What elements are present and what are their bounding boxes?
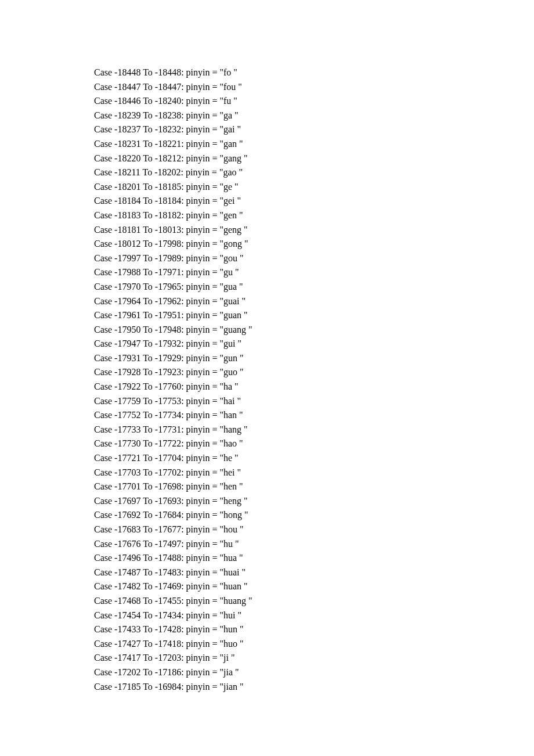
code-line: Case -18447 To -18447: pinyin = "fou " (94, 80, 442, 95)
code-line: Case -17692 To -17684: pinyin = "hong " (94, 508, 442, 523)
code-line: Case -17759 To -17753: pinyin = "hai " (94, 394, 442, 409)
code-line: Case -18181 To -18013: pinyin = "geng " (94, 223, 442, 237)
code-line: Case -18448 To -18448: pinyin = "fo " (94, 66, 442, 80)
code-line: Case -17964 To -17962: pinyin = "guai " (94, 294, 442, 309)
code-line: Case -18446 To -18240: pinyin = "fu " (94, 94, 442, 109)
code-line: Case -18201 To -18185: pinyin = "ge " (94, 180, 442, 195)
code-line: Case -17703 To -17702: pinyin = "hei " (94, 466, 442, 480)
code-line: Case -18237 To -18232: pinyin = "gai " (94, 123, 442, 137)
code-line: Case -17468 To -17455: pinyin = "huang " (94, 594, 442, 609)
code-line: Case -18184 To -18184: pinyin = "gei " (94, 194, 442, 208)
code-line: Case -18220 To -18212: pinyin = "gang " (94, 152, 442, 166)
code-line: Case -18231 To -18221: pinyin = "gan " (94, 137, 442, 152)
code-line: Case -17417 To -17203: pinyin = "ji " (94, 651, 442, 665)
code-line: Case -17202 To -17186: pinyin = "jia " (94, 665, 442, 680)
code-line: Case -17950 To -17948: pinyin = "guang " (94, 323, 442, 337)
code-line: Case -17683 To -17677: pinyin = "hou " (94, 523, 442, 537)
code-line: Case -17721 To -17704: pinyin = "he " (94, 451, 442, 466)
code-line: Case -17454 To -17434: pinyin = "hui " (94, 609, 442, 623)
code-line: Case -17988 To -17971: pinyin = "gu " (94, 265, 442, 280)
code-line: Case -17931 To -17929: pinyin = "gun " (94, 351, 442, 366)
code-line: Case -17970 To -17965: pinyin = "gua " (94, 280, 442, 294)
code-document: Case -18448 To -18448: pinyin = "fo "Cas… (0, 0, 442, 694)
code-line: Case -17185 To -16984: pinyin = "jian " (94, 680, 442, 694)
code-line: Case -18012 To -17998: pinyin = "gong " (94, 237, 442, 251)
code-line: Case -17922 To -17760: pinyin = "ha " (94, 380, 442, 394)
code-line: Case -17961 To -17951: pinyin = "guan " (94, 308, 442, 323)
code-line: Case -17947 To -17932: pinyin = "gui " (94, 337, 442, 351)
code-line: Case -17928 To -17923: pinyin = "guo " (94, 365, 442, 380)
code-line: Case -17733 To -17731: pinyin = "hang " (94, 423, 442, 437)
code-line: Case -17433 To -17428: pinyin = "hun " (94, 622, 442, 637)
code-line: Case -17701 To -17698: pinyin = "hen " (94, 480, 442, 494)
code-line: Case -18211 To -18202: pinyin = "gao " (94, 165, 442, 180)
code-line: Case -17482 To -17469: pinyin = "huan " (94, 579, 442, 594)
code-line: Case -17730 To -17722: pinyin = "hao " (94, 437, 442, 451)
code-line: Case -17997 To -17989: pinyin = "gou " (94, 251, 442, 266)
code-line: Case -17427 To -17418: pinyin = "huo " (94, 637, 442, 651)
code-line: Case -17496 To -17488: pinyin = "hua " (94, 551, 442, 566)
code-line: Case -17752 To -17734: pinyin = "han " (94, 408, 442, 423)
code-line: Case -17697 To -17693: pinyin = "heng " (94, 494, 442, 509)
code-lines-container: Case -18448 To -18448: pinyin = "fo "Cas… (94, 66, 442, 694)
code-line: Case -18183 To -18182: pinyin = "gen " (94, 208, 442, 223)
code-line: Case -18239 To -18238: pinyin = "ga " (94, 109, 442, 123)
code-line: Case -17676 To -17497: pinyin = "hu " (94, 537, 442, 552)
code-line: Case -17487 To -17483: pinyin = "huai " (94, 566, 442, 580)
